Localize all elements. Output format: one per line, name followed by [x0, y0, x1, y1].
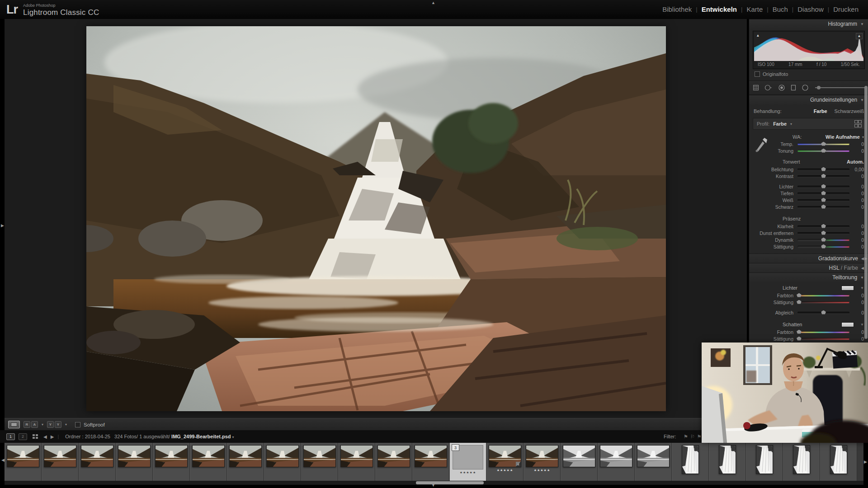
- slider-track[interactable]: [797, 312, 849, 314]
- slider-track[interactable]: [797, 169, 849, 170]
- go-forward-icon[interactable]: ▶: [51, 434, 54, 439]
- before-after-lr-button[interactable]: R A: [24, 421, 38, 428]
- thumbnail-image[interactable]: [7, 445, 39, 467]
- loupe-view-button[interactable]: [8, 421, 20, 428]
- slider-track[interactable]: [797, 239, 849, 241]
- flag-pick-icon[interactable]: ⚑: [684, 434, 688, 440]
- thumbnail-image[interactable]: [793, 445, 810, 474]
- filmstrip-thumbnail-18[interactable]: [635, 443, 672, 481]
- filmstrip-thumbnail-8[interactable]: [264, 443, 301, 481]
- filmstrip-thumbnail-3[interactable]: [79, 443, 116, 481]
- filmstrip-thumbnail-7[interactable]: [227, 443, 264, 481]
- slider-track[interactable]: [797, 301, 849, 303]
- filmstrip-thumbnail-19[interactable]: [672, 443, 709, 481]
- filmstrip-thumbnail-11[interactable]: [375, 443, 412, 481]
- auto-button[interactable]: Autom.: [847, 159, 864, 164]
- filmstrip-thumbnail-10[interactable]: [338, 443, 375, 481]
- slider-thumb[interactable]: [821, 310, 826, 314]
- expand-left-panel-icon[interactable]: ▶: [1, 224, 4, 228]
- shadows-color-swatch[interactable]: [841, 322, 854, 327]
- collapse-bottom-panel-icon[interactable]: ▼: [431, 483, 435, 488]
- slider-thumb[interactable]: [821, 174, 826, 178]
- hsl-panel-header[interactable]: HSL / Farbe ◀: [749, 263, 868, 272]
- radial-filter-tool-icon[interactable]: [802, 84, 809, 91]
- thumbnail-image[interactable]: [377, 445, 410, 467]
- red-eye-tool-icon[interactable]: [778, 84, 785, 91]
- thumbnail-image[interactable]: [830, 445, 847, 474]
- shadow-clipping-icon[interactable]: ▲: [755, 33, 761, 38]
- slider-track[interactable]: [797, 331, 849, 333]
- slider-thumb[interactable]: [821, 198, 826, 202]
- star-rating[interactable]: ★★★★★: [460, 471, 476, 474]
- treatment-bw-option[interactable]: Schwarzweiß: [835, 108, 864, 114]
- thumbnail-image[interactable]: [192, 445, 225, 467]
- split-toning-panel-header[interactable]: Teiltonung ▼: [749, 272, 868, 282]
- slider-track[interactable]: [797, 175, 849, 177]
- slider-thumb[interactable]: [821, 142, 826, 146]
- filmstrip-thumbnail-20[interactable]: [709, 443, 746, 481]
- slider-thumb[interactable]: [821, 231, 826, 235]
- filmstrip-thumbnail-16[interactable]: [561, 443, 598, 481]
- main-window-button[interactable]: 1: [6, 433, 15, 440]
- filmstrip-thumbnail-21[interactable]: [746, 443, 783, 481]
- flag-unflagged-icon[interactable]: ⚐: [690, 434, 695, 440]
- filmstrip-thumbnail-15[interactable]: ★★★★★: [524, 443, 561, 481]
- thumbnail-image[interactable]: [340, 445, 373, 467]
- slider-thumb[interactable]: [821, 205, 826, 209]
- adjustments-badge-icon[interactable]: ±: [516, 462, 521, 467]
- thumbnail-image[interactable]: [229, 445, 262, 467]
- thumbnail-image[interactable]: [526, 445, 558, 467]
- filmstrip-thumbnail-17[interactable]: [598, 443, 635, 481]
- treatment-color-option[interactable]: Farbe: [814, 108, 827, 114]
- slider-track[interactable]: [797, 246, 849, 248]
- softproof-checkbox[interactable]: [75, 422, 80, 427]
- slider-track[interactable]: [797, 150, 849, 152]
- before-after-tb-button[interactable]: Y Y: [47, 421, 61, 428]
- slider-track[interactable]: [797, 192, 849, 194]
- slider-track[interactable]: [797, 206, 849, 208]
- filmstrip-scrollbar-thumb[interactable]: [416, 481, 484, 484]
- tone-curve-panel-header[interactable]: Gradationskurve ◀: [749, 253, 868, 263]
- right-panel-scrollbar[interactable]: [864, 86, 868, 339]
- slider-thumb[interactable]: [821, 191, 826, 195]
- flag-reject-icon[interactable]: ⚑: [697, 434, 702, 440]
- star-rating[interactable]: ★★★★★: [534, 469, 550, 472]
- slider-track[interactable]: [797, 199, 849, 201]
- thumbnail-image[interactable]: 3: [453, 445, 483, 469]
- filmstrip-thumbnail-22[interactable]: [783, 443, 820, 481]
- filmstrip-thumbnail-23[interactable]: [820, 443, 857, 481]
- slider-thumb[interactable]: [821, 224, 826, 228]
- histogram[interactable]: ▲ ▲ ISO 100 17 mm f / 10 1/50 Sek.: [753, 31, 865, 69]
- thumbnail-image[interactable]: [563, 445, 595, 467]
- slider-thumb[interactable]: [821, 167, 826, 171]
- slider-track[interactable]: [797, 295, 849, 296]
- module-drucken[interactable]: Drucken: [829, 5, 863, 13]
- crop-tool-icon[interactable]: [753, 84, 759, 91]
- filmstrip-thumbnail-6[interactable]: [190, 443, 227, 481]
- filmstrip-thumbnail-4[interactable]: [116, 443, 153, 481]
- filmstrip-scroll-left-icon[interactable]: ◀: [1, 458, 5, 462]
- slider-thumb[interactable]: [821, 238, 826, 242]
- profile-value[interactable]: Farbe: [773, 121, 787, 127]
- slider-track[interactable]: [797, 186, 849, 188]
- thumbnail-image[interactable]: [637, 445, 670, 467]
- basic-panel-header[interactable]: Grundeinstellungen ▼: [749, 95, 868, 104]
- go-back-icon[interactable]: ◀: [43, 434, 47, 439]
- filmstrip-thumbnail-14[interactable]: ±★★★★★: [486, 443, 524, 481]
- highlight-clipping-icon[interactable]: ▲: [856, 33, 863, 39]
- filmstrip-thumbnail-12[interactable]: [412, 443, 449, 481]
- slider-track[interactable]: [797, 225, 849, 227]
- second-window-button[interactable]: 2: [19, 433, 27, 440]
- module-buch[interactable]: Buch: [769, 5, 792, 13]
- before-after-right-b[interactable]: Y: [55, 421, 61, 428]
- thumbnail-image[interactable]: [155, 445, 188, 467]
- filmstrip-thumbnail-9[interactable]: [301, 443, 338, 481]
- profile-row[interactable]: Profil: Farbe ▾: [753, 118, 865, 130]
- thumbnail-image[interactable]: [81, 445, 113, 467]
- collapse-right-panel-icon[interactable]: ▶: [864, 257, 868, 261]
- module-diashow[interactable]: Diashow: [793, 5, 828, 13]
- profile-browser-icon[interactable]: [854, 120, 861, 127]
- collapse-top-panel-icon[interactable]: ▲: [431, 1, 435, 5]
- stack-count-badge[interactable]: 3: [452, 444, 459, 451]
- module-karte[interactable]: Karte: [742, 5, 767, 13]
